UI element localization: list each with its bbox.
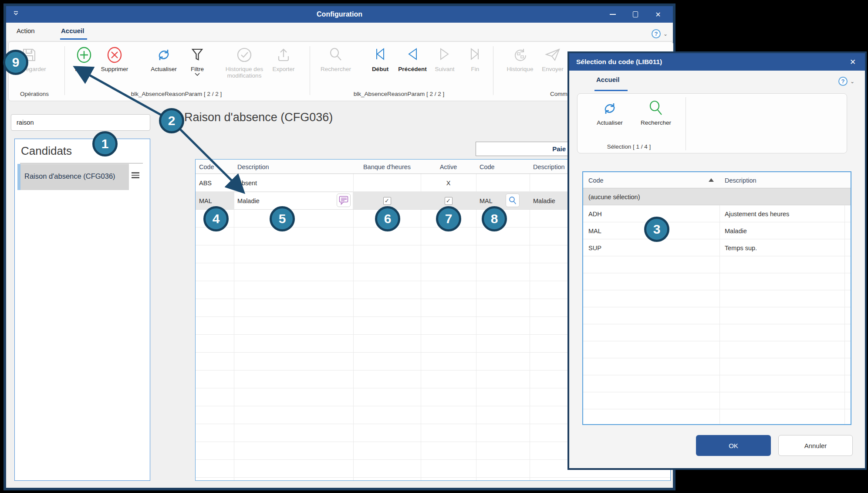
refresh-icon bbox=[154, 44, 173, 65]
col-banque-heures[interactable]: Banque d'heures bbox=[353, 160, 421, 174]
window-title: Configuration bbox=[6, 10, 673, 18]
checkbox-checked[interactable]: ✓ bbox=[445, 197, 453, 205]
annotation-9: 9 bbox=[3, 50, 28, 75]
cell-code[interactable]: ADH bbox=[588, 205, 602, 222]
cell-paie-description[interactable]: Maladie bbox=[533, 192, 555, 210]
filter-chevron-icon[interactable] bbox=[195, 73, 200, 76]
rechercher-button[interactable]: Rechercher bbox=[316, 44, 356, 72]
help-icon[interactable]: ? bbox=[652, 29, 661, 38]
annotation-1: 1 bbox=[92, 131, 118, 156]
dialog-rechercher-button[interactable]: Rechercher bbox=[636, 98, 676, 126]
cell-description[interactable]: Temps sup. bbox=[725, 239, 757, 256]
annotation-8: 8 bbox=[482, 206, 507, 231]
ribbon-separator bbox=[686, 97, 686, 150]
group-label-operations: Opérations bbox=[11, 91, 57, 97]
col-description[interactable]: Description bbox=[725, 172, 757, 188]
checkbox-checked[interactable]: ✓ bbox=[383, 197, 391, 205]
tab-action[interactable]: Action bbox=[17, 27, 35, 34]
annotation-5: 5 bbox=[270, 206, 295, 231]
minimize-button[interactable] bbox=[601, 6, 624, 23]
cell-description[interactable]: Maladie bbox=[725, 222, 747, 239]
close-button[interactable]: ✕ bbox=[647, 6, 669, 23]
chevron-down-icon[interactable]: ⌄ bbox=[850, 78, 854, 85]
cell-description[interactable]: Absent bbox=[237, 174, 257, 192]
candidates-title: Candidats bbox=[21, 144, 72, 158]
insert-plus-icon bbox=[74, 44, 94, 65]
col-paie-description[interactable]: Description bbox=[533, 160, 565, 174]
cell-code[interactable]: ABS bbox=[199, 174, 212, 192]
nav-next-icon bbox=[436, 44, 453, 65]
ribbon-separator bbox=[493, 46, 493, 95]
hamburger-menu-icon[interactable] bbox=[132, 172, 139, 178]
col-description[interactable]: Description bbox=[237, 160, 269, 174]
title-bar: Configuration ✕ bbox=[6, 6, 673, 23]
maximize-button[interactable] bbox=[624, 6, 647, 23]
comment-button[interactable] bbox=[337, 194, 351, 207]
candidate-item[interactable]: Raison d'absence (CFG036) bbox=[17, 164, 129, 190]
fin-button[interactable]: Fin bbox=[455, 44, 495, 72]
selection-dialog: Sélection du code (LIB011) ✕ Accueil ? ⌄… bbox=[567, 51, 867, 470]
dialog-row-mal[interactable]: MAL Maladie bbox=[583, 222, 851, 239]
dialog-table-header: Code Description bbox=[583, 172, 851, 188]
dialog-help-control[interactable]: ? ⌄ bbox=[838, 77, 854, 86]
nav-first-icon bbox=[372, 44, 389, 65]
dialog-group-label: Sélection [ 1 / 4 ] bbox=[594, 143, 664, 150]
exporter-button[interactable]: Exporter bbox=[263, 44, 304, 72]
col-code[interactable]: Code bbox=[588, 172, 604, 188]
ribbon-separator bbox=[310, 46, 310, 95]
lookup-button[interactable] bbox=[506, 194, 520, 207]
communication-history-icon bbox=[510, 44, 530, 65]
selection-accent-bar bbox=[17, 164, 20, 190]
column-group-paie: Paie bbox=[476, 142, 571, 156]
sort-ascending-icon[interactable] bbox=[709, 178, 714, 182]
candidates-panel: Candidats Raison d'absence (CFG036) bbox=[14, 139, 150, 481]
cell-description-text[interactable]: Maladie bbox=[237, 192, 260, 210]
cell-code[interactable]: MAL bbox=[199, 192, 212, 210]
dialog-tab-accueil[interactable]: Accueil bbox=[596, 76, 619, 83]
annotation-3: 3 bbox=[644, 217, 669, 242]
search-input[interactable] bbox=[11, 114, 150, 131]
annotation-7: 7 bbox=[436, 206, 461, 231]
dialog-close-button[interactable]: ✕ bbox=[841, 53, 865, 71]
dialog-row-none[interactable]: (aucune sélection) bbox=[583, 188, 851, 205]
cell-code[interactable]: (aucune sélection) bbox=[588, 188, 640, 205]
dialog-title: Sélection du code (LIB011) bbox=[576, 53, 662, 71]
cell-active[interactable]: X bbox=[421, 174, 476, 192]
help-control[interactable]: ? ⌄ bbox=[652, 29, 668, 38]
nav-previous-icon bbox=[404, 44, 421, 65]
quick-access-toolbar-icon[interactable] bbox=[13, 11, 19, 16]
search-icon bbox=[646, 98, 665, 118]
annotation-4: 4 bbox=[203, 206, 229, 231]
envoyer-button[interactable]: Envoyer bbox=[533, 44, 573, 72]
col-code[interactable]: Code bbox=[199, 160, 214, 174]
delete-x-icon bbox=[105, 44, 124, 65]
chevron-down-icon[interactable]: ⌄ bbox=[663, 31, 668, 37]
send-plane-icon bbox=[543, 44, 562, 65]
col-paie-code[interactable]: Code bbox=[480, 160, 495, 174]
dialog-row-sup[interactable]: SUP Temps sup. bbox=[583, 239, 851, 256]
annotation-6: 6 bbox=[375, 206, 400, 231]
filtre-button[interactable]: Filtre bbox=[177, 44, 217, 76]
dialog-ribbon: Actualiser Rechercher Sélection [ 1 / 4 … bbox=[577, 93, 847, 153]
dialog-actualiser-button[interactable]: Actualiser bbox=[590, 98, 630, 126]
filter-funnel-icon bbox=[188, 44, 207, 65]
ribbon-tab-row: Action Accueil ? ⌄ bbox=[6, 23, 673, 41]
cell-code[interactable]: MAL bbox=[588, 222, 601, 239]
nav-last-icon bbox=[466, 44, 484, 65]
tab-accueil-underline bbox=[60, 38, 87, 40]
tab-accueil[interactable]: Accueil bbox=[61, 27, 84, 34]
help-icon[interactable]: ? bbox=[838, 77, 848, 86]
divider bbox=[20, 163, 143, 163]
group-label-block-2: blk_AbsenceReasonParam [ 2 / 2 ] bbox=[318, 91, 480, 97]
cell-code[interactable]: SUP bbox=[588, 239, 601, 256]
ok-button[interactable]: OK bbox=[696, 435, 771, 456]
cell-description[interactable]: Ajustement des heures bbox=[725, 205, 789, 222]
col-active[interactable]: Active bbox=[421, 160, 476, 174]
comment-icon bbox=[339, 196, 348, 205]
annuler-button[interactable]: Annuler bbox=[778, 435, 853, 456]
search-icon bbox=[326, 44, 345, 65]
supprimer-button[interactable]: Supprimer bbox=[95, 44, 135, 72]
dialog-code-table: Code Description (aucune sélection) ADH … bbox=[582, 171, 851, 425]
dialog-row-adh[interactable]: ADH Ajustement des heures bbox=[583, 205, 851, 222]
history-check-icon bbox=[235, 44, 254, 65]
